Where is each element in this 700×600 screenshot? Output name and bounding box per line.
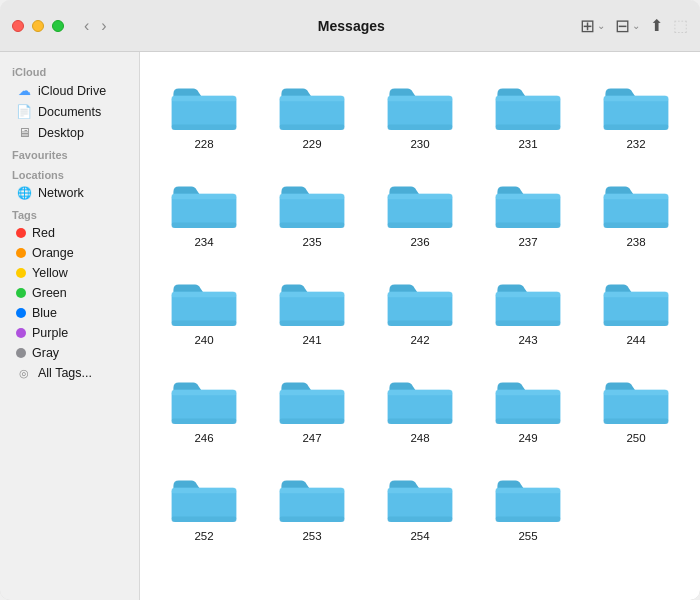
close-button[interactable] [12,20,24,32]
list-item[interactable]: 236 [368,166,472,256]
svg-rect-43 [604,292,669,297]
list-item[interactable]: 244 [584,264,688,354]
folder-icon [600,76,672,134]
traffic-lights [12,20,64,32]
svg-rect-70 [496,488,561,493]
documents-icon: 📄 [16,104,32,119]
folder-icon [168,468,240,526]
folder-icon [384,174,456,232]
list-item[interactable]: 235 [260,166,364,256]
sidebar-item-icloud-drive[interactable]: ☁ iCloud Drive [4,80,135,101]
svg-rect-50 [280,419,345,424]
yellow-dot [16,268,26,278]
sidebar-item-green[interactable]: Green [4,283,135,303]
sidebar-item-gray[interactable]: Gray [4,343,135,363]
list-item[interactable]: 232 [584,68,688,158]
list-item[interactable]: 230 [368,68,472,158]
list-item[interactable]: 247 [260,362,364,452]
list-item[interactable]: 248 [368,362,472,452]
file-name: 236 [410,236,429,248]
forward-button[interactable]: › [97,15,110,37]
file-name: 246 [194,432,213,444]
sidebar-item-red[interactable]: Red [4,223,135,243]
folder-icon [492,370,564,428]
grid-icon: ⊞ [580,15,595,37]
folder-icon [384,370,456,428]
sidebar-item-network[interactable]: 🌐 Network [4,183,135,203]
toolbar-right: ⊞ ⌄ ⊟ ⌄ ⬆ ⬚ [580,15,688,37]
svg-rect-1 [172,96,237,101]
file-name: 252 [194,530,213,542]
file-name: 230 [410,138,429,150]
sidebar-item-yellow[interactable]: Yellow [4,263,135,283]
sidebar-item-documents[interactable]: 📄 Documents [4,101,135,122]
list-item[interactable]: 234 [152,166,256,256]
titlebar: ‹ › Messages ⊞ ⌄ ⊟ ⌄ ⬆ ⬚ [0,0,700,52]
file-name: 248 [410,432,429,444]
svg-rect-4 [280,96,345,101]
list-item[interactable]: 253 [260,460,364,550]
svg-rect-35 [280,321,345,326]
svg-rect-47 [172,419,237,424]
grid-view-button[interactable]: ⊞ ⌄ [580,15,605,37]
folder-icon [276,272,348,330]
all-tags-label: All Tags... [38,366,92,380]
svg-rect-68 [388,517,453,522]
minimize-button[interactable] [32,20,44,32]
list-item[interactable]: 238 [584,166,688,256]
purple-label: Purple [32,326,68,340]
favourites-section-label: Favourites [0,143,139,163]
sidebar-item-purple[interactable]: Purple [4,323,135,343]
file-name: 229 [302,138,321,150]
list-item[interactable]: 252 [152,460,256,550]
list-item[interactable]: 241 [260,264,364,354]
list-item[interactable]: 243 [476,264,580,354]
svg-rect-61 [172,488,237,493]
list-item[interactable]: 250 [584,362,688,452]
folder-icon [276,468,348,526]
svg-rect-25 [496,194,561,199]
back-button[interactable]: ‹ [80,15,93,37]
sidebar-item-all-tags[interactable]: ◎ All Tags... [4,363,135,383]
icloud-drive-icon: ☁ [16,83,32,98]
folder-icon [492,468,564,526]
view-options-button[interactable]: ⊟ ⌄ [615,15,640,37]
file-name: 235 [302,236,321,248]
list-item[interactable]: 229 [260,68,364,158]
red-label: Red [32,226,55,240]
more-button[interactable]: ⬚ [673,16,688,35]
file-name: 237 [518,236,537,248]
svg-rect-40 [496,292,561,297]
svg-rect-10 [496,96,561,101]
list-item[interactable]: 246 [152,362,256,452]
list-item[interactable]: 254 [368,460,472,550]
file-name: 255 [518,530,537,542]
desktop-icon: 🖥 [16,125,32,140]
tags-section-label: Tags [0,203,139,223]
folder-icon [492,272,564,330]
red-dot [16,228,26,238]
list-item[interactable]: 242 [368,264,472,354]
svg-rect-29 [604,223,669,228]
list-item[interactable]: 240 [152,264,256,354]
window-title: Messages [123,18,580,34]
svg-rect-46 [172,390,237,395]
orange-label: Orange [32,246,74,260]
list-item[interactable]: 249 [476,362,580,452]
list-item[interactable]: 231 [476,68,580,158]
list-item[interactable]: 237 [476,166,580,256]
list-item[interactable]: 228 [152,68,256,158]
svg-rect-20 [280,223,345,228]
maximize-button[interactable] [52,20,64,32]
more-icon: ⬚ [673,17,688,34]
file-name: 254 [410,530,429,542]
svg-rect-11 [496,125,561,130]
share-button[interactable]: ⬆ [650,16,663,35]
sidebar-item-orange[interactable]: Orange [4,243,135,263]
sidebar-item-desktop[interactable]: 🖥 Desktop [4,122,135,143]
svg-rect-34 [280,292,345,297]
folder-icon [276,76,348,134]
list-item[interactable]: 255 [476,460,580,550]
sidebar-item-blue[interactable]: Blue [4,303,135,323]
file-name: 249 [518,432,537,444]
